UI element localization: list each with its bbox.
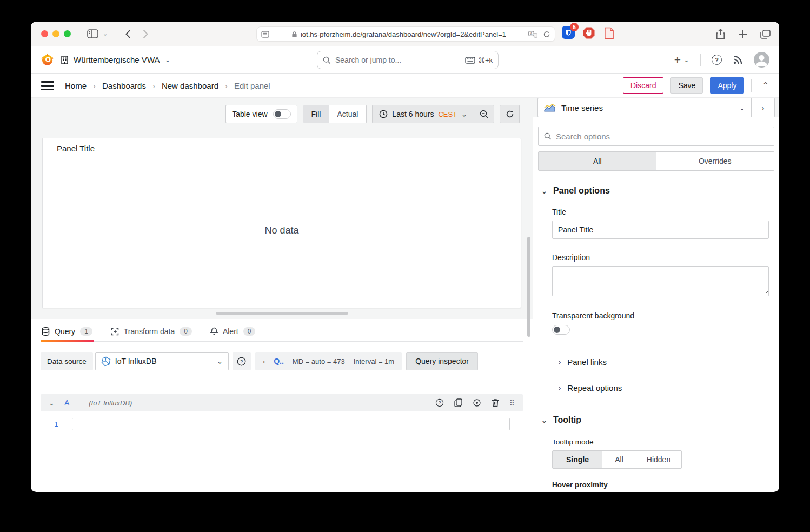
database-icon [42, 327, 50, 336]
tab-transform-data[interactable]: Transform data 0 [110, 327, 193, 341]
tab-query-label: Query [55, 327, 75, 336]
chevron-down-icon: ⌄ [739, 104, 745, 112]
svg-text:?: ? [439, 400, 441, 405]
org-switcher[interactable]: Württembergische VWA ⌄ [61, 55, 170, 64]
new-tab-icon[interactable] [738, 30, 747, 39]
repeat-options-section[interactable]: › Repeat options [533, 375, 779, 401]
adblock-extension-icon[interactable] [582, 26, 596, 40]
discard-button[interactable]: Discard [623, 77, 663, 94]
tooltip-mode-all[interactable]: All [602, 451, 636, 468]
tooltip-mode-single[interactable]: Single [553, 451, 602, 468]
tab-overview-icon[interactable] [760, 30, 771, 39]
tooltip-section[interactable]: ⌄ Tooltip [533, 415, 779, 425]
query-options-summary[interactable]: › Q.. MD = auto = 473 Interval = 1m [255, 352, 402, 370]
add-menu-button[interactable]: +⌄ [674, 54, 689, 65]
save-button[interactable]: Save [670, 77, 703, 94]
svg-text:A: A [530, 31, 533, 35]
apply-button[interactable]: Apply [710, 77, 744, 94]
hover-proximity-label: Hover proximity [552, 481, 779, 489]
panel-edit-area: Table view Fill Actual Last 6 hours CEST… [31, 98, 533, 491]
panel-options-heading: Panel options [553, 186, 610, 196]
left-scrollbar[interactable] [527, 237, 530, 337]
translate-icon[interactable]: A [528, 31, 537, 38]
open-viz-list-icon[interactable]: › [751, 98, 774, 117]
close-window-button[interactable] [41, 30, 48, 37]
transparent-background-toggle[interactable] [552, 325, 570, 335]
datasource-help-icon[interactable]: ? [233, 352, 251, 370]
collapse-pane-icon[interactable]: ⌃ [762, 81, 769, 90]
query-help-icon[interactable]: ? [435, 398, 444, 407]
sidebar-menu-chevron-icon[interactable]: ⌄ [103, 30, 108, 37]
grafana-logo-icon[interactable] [41, 53, 54, 66]
breadcrumb-home[interactable]: Home [65, 81, 87, 90]
influxdb-icon [101, 356, 111, 367]
user-avatar[interactable] [754, 52, 769, 68]
panel-title-input[interactable] [552, 221, 769, 239]
actions-divider [751, 79, 752, 92]
panel-preview[interactable]: Panel Title No data [42, 138, 521, 308]
collapse-query-icon[interactable]: ⌄ [49, 399, 55, 407]
datasource-value: IoT InfluxDB [115, 357, 157, 365]
table-view-toggle[interactable] [273, 109, 291, 119]
panel-links-section[interactable]: › Panel links [533, 349, 779, 375]
menu-icon[interactable] [41, 81, 54, 90]
options-search[interactable] [538, 127, 774, 146]
back-icon[interactable] [125, 29, 131, 39]
breadcrumb-separator-icon: › [152, 81, 155, 90]
tab-transform-count: 0 [180, 327, 192, 336]
fill-option[interactable]: Fill [303, 105, 329, 123]
query-code-input[interactable] [72, 418, 510, 430]
query-code-row: 1 [41, 418, 523, 430]
news-rss-icon[interactable] [733, 55, 743, 65]
breadcrumb-new-dashboard[interactable]: New dashboard [162, 81, 218, 90]
minimize-window-button[interactable] [52, 30, 59, 37]
tab-alert[interactable]: Alert 0 [209, 327, 256, 341]
resize-handle[interactable] [216, 312, 348, 315]
tooltip-mode-label: Tooltip mode [552, 438, 779, 446]
breadcrumb-dashboards[interactable]: Dashboards [102, 81, 146, 90]
visualization-select[interactable]: Time series ⌄ [538, 103, 751, 112]
address-bar[interactable]: iot.hs-pforzheim.de/grafana/dashboard/ne… [256, 26, 555, 42]
query-inspector-button[interactable]: Query inspector [406, 352, 478, 370]
bitwarden-extension-icon[interactable]: 5 [562, 26, 575, 39]
query-options-ref: Q.. [274, 357, 284, 365]
reload-icon[interactable] [543, 30, 550, 38]
query-row-header[interactable]: ⌄ A (IoT InfluxDB) ? [41, 394, 523, 411]
tab-query[interactable]: Query 1 [41, 327, 94, 341]
interval-value: Interval = 1m [354, 357, 395, 365]
query-section: Query 1 Transform data 0 A [31, 319, 533, 491]
sidebar-toggle-icon[interactable] [87, 29, 98, 38]
tab-overrides[interactable]: Overrides [656, 152, 774, 170]
time-range-label: Last 6 hours [392, 110, 434, 118]
tooltip-mode-hidden[interactable]: Hidden [636, 451, 681, 468]
refresh-icon[interactable] [500, 105, 520, 123]
help-icon[interactable]: ? [712, 55, 722, 65]
time-range-button[interactable]: Last 6 hours CEST ⌄ [373, 110, 474, 118]
share-icon[interactable] [716, 29, 725, 39]
reader-view-icon[interactable] [261, 31, 269, 38]
options-search-input[interactable] [556, 132, 768, 141]
disable-query-eye-icon[interactable] [473, 399, 481, 407]
pdf-extension-icon[interactable] [602, 26, 616, 40]
query-tabs: Query 1 Transform data 0 A [41, 319, 523, 342]
actual-option[interactable]: Actual [329, 105, 366, 123]
chevron-down-icon: ⌄ [217, 357, 223, 365]
duplicate-query-icon[interactable] [454, 398, 462, 407]
delete-query-trash-icon[interactable] [492, 398, 499, 407]
search-input[interactable]: Search or jump to... ⌘+k [317, 51, 499, 69]
description-textarea[interactable] [552, 266, 769, 296]
datasource-picker[interactable]: IoT InfluxDB ⌄ [95, 352, 229, 370]
zoom-window-button[interactable] [64, 30, 71, 37]
drag-handle-icon[interactable]: ⠿ [509, 398, 515, 407]
chevron-down-icon: ⌄ [541, 187, 547, 195]
tab-alert-label: Alert [223, 327, 238, 336]
chevron-right-icon: › [559, 384, 561, 392]
panel-options-section[interactable]: ⌄ Panel options [533, 186, 779, 196]
tab-all[interactable]: All [539, 152, 656, 170]
fill-actual-switch: Fill Actual [303, 105, 367, 123]
transparent-background-label: Transparent background [552, 311, 769, 320]
line-number: 1 [41, 420, 72, 428]
zoom-out-time-icon[interactable] [474, 105, 494, 123]
forward-icon[interactable] [143, 29, 149, 39]
organization-icon [61, 56, 69, 64]
